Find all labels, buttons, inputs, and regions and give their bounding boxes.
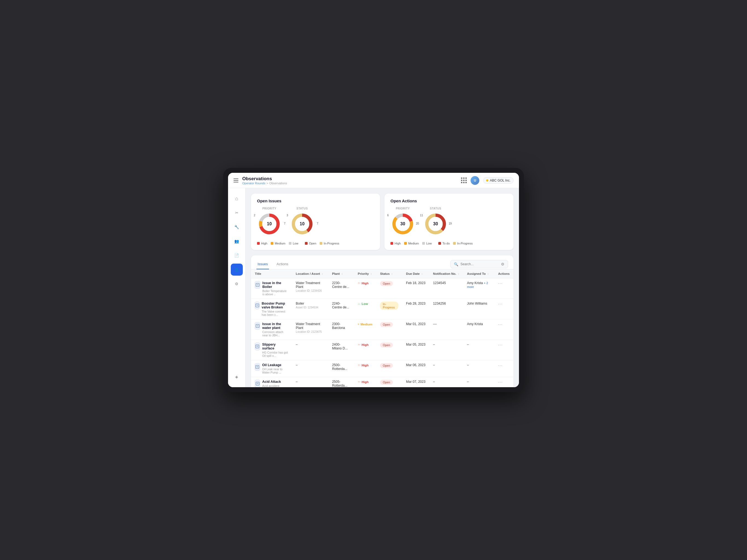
sidebar-item-settings[interactable]: ⚙ [231, 278, 243, 290]
issues-priority-right: 7 [284, 222, 285, 225]
cell-notification-0: 1234545 [429, 278, 463, 299]
row-title-0: Issue in the Boiler [262, 281, 288, 289]
sidebar-item-users[interactable]: 👤 [231, 263, 243, 276]
issues-status-right: 7 [317, 222, 318, 225]
legend-act-low: Low [422, 242, 432, 245]
more-options-btn-0[interactable]: ··· [498, 281, 503, 286]
issues-status-left: 3 [287, 214, 288, 217]
legend-act-medium: Medium [404, 242, 419, 245]
open-issues-title: Open Issues [257, 199, 374, 203]
sidebar-item-people[interactable]: 👥 [231, 235, 243, 247]
avatar[interactable]: U [470, 176, 479, 185]
sidebar-item-equipment[interactable]: 🔧 [231, 221, 243, 233]
menu-icon[interactable] [233, 179, 238, 182]
col-actions: Actions [494, 269, 514, 278]
row-title-2: Issue in the water plant [262, 322, 288, 330]
cell-location-4: – [292, 360, 328, 377]
open-actions-charts: PRIORITY 30 6 [390, 207, 508, 236]
apps-icon[interactable] [461, 177, 467, 183]
cell-duedate-1: Feb 28, 2023 [402, 299, 429, 320]
more-options-btn-5[interactable]: ··· [498, 380, 503, 385]
cell-priority-1: ↓↓ Low [354, 299, 376, 320]
col-assigned: Assigned To ↕ [463, 269, 494, 278]
actions-status-right: 19 [449, 222, 452, 225]
actions-status-donut: 30 11 19 [423, 212, 448, 236]
title-area: Observations Operator Rounds > Observati… [242, 176, 287, 185]
cell-actions-0: ··· [494, 278, 514, 299]
cell-title-4: Oil Leakage Oil Leak near to Water Pump … [251, 360, 292, 377]
more-options-btn-2[interactable]: ··· [498, 322, 503, 327]
sort-location-icon[interactable]: ↕ [321, 272, 323, 275]
sort-status-icon[interactable]: ↕ [391, 272, 393, 275]
cell-status-0: Open [376, 278, 402, 299]
cell-duedate-4: Mar 06, 2023 [402, 360, 429, 377]
sidebar-item-layers[interactable]: ◈ [231, 371, 243, 383]
filter-icon[interactable]: ⚙ [501, 262, 505, 266]
content-area: Open Issues PRIORITY [246, 188, 519, 387]
col-location: Location / Asset ↕ [292, 269, 328, 278]
tab-issues[interactable]: Issues [256, 259, 269, 269]
more-options-btn-1[interactable]: ··· [498, 302, 503, 307]
sidebar-item-documents[interactable]: 📄 [231, 249, 243, 261]
col-plant: Plant ↕ [328, 269, 354, 278]
row-title-1: Booster Pump valve Broken [262, 302, 288, 309]
top-bar-left: Observations Operator Rounds > Observati… [233, 176, 461, 185]
more-options-btn-4[interactable]: ··· [498, 363, 503, 368]
device-frame: Observations Operator Rounds > Observati… [223, 168, 524, 392]
issue-icon-2 [255, 322, 260, 330]
legend-medium: Medium [271, 242, 285, 245]
actions-status-chart: STATUS 30 11 19 [423, 207, 448, 236]
breadcrumb: Operator Rounds > Observations [242, 182, 287, 185]
col-due-date: Due Date ↕ [402, 269, 429, 278]
legend-act-todo: To do [438, 242, 450, 245]
sidebar-item-home[interactable]: ⌂ [231, 193, 243, 205]
svg-rect-26 [256, 365, 259, 368]
sort-plant-icon[interactable]: ↕ [341, 272, 343, 275]
company-name: ABC GOL Inc. [490, 179, 511, 182]
table-row: Acid Attack Acid accident happened near.… [251, 377, 514, 387]
cell-notification-2: –– [429, 320, 463, 340]
open-actions-card: Open Actions PRIORITY [384, 194, 514, 250]
row-desc-5: Acid accident happened near... [262, 384, 288, 387]
assigned-extra-0[interactable]: + 2 more [467, 281, 488, 288]
row-title-3: Slippery surface [262, 342, 288, 350]
search-input[interactable] [460, 262, 499, 266]
legend-open: Open [305, 242, 316, 245]
cell-notification-3: – [429, 340, 463, 360]
table-header: Issues Actions 🔍 ⚙ [251, 255, 514, 269]
actions-priority-label: PRIORITY [396, 207, 410, 210]
table-row: Slippery surface HG Corridor has got Oil… [251, 340, 514, 360]
cell-priority-0: ↑↑ High [354, 278, 376, 299]
company-badge[interactable]: ABC GOL Inc. [483, 177, 514, 184]
issues-priority-chart: PRIORITY [257, 207, 282, 236]
cell-title-5: Acid Attack Acid accident happened near.… [251, 377, 292, 387]
legend-act-inprogress: In-Progress [453, 242, 473, 245]
cell-title-0: Issue in the Boiler Boiler Temperature i… [251, 278, 292, 299]
cell-title-3: Slippery surface HG Corridor has got Oil… [251, 340, 292, 360]
sort-notification-icon[interactable]: ↕ [458, 272, 459, 275]
actions-priority-legend: High Medium Low [390, 242, 432, 245]
cell-status-3: Open [376, 340, 402, 360]
cell-plant-4: 2500- Rotterda... [328, 360, 354, 377]
table-row: Oil Leakage Oil Leak near to Water Pump … [251, 360, 514, 377]
issues-status-label: STATUS [297, 207, 308, 210]
cell-plant-0: 2230- Centre de... [328, 278, 354, 299]
main-layout: ⌂ ✂ 🔧 👥 📄 👤 ⚙ ◈ Open Issues [228, 188, 519, 387]
tab-actions[interactable]: Actions [276, 259, 289, 269]
cell-priority-2: ≡ Medium [354, 320, 376, 340]
issue-icon-0 [255, 281, 260, 289]
open-actions-title: Open Actions [390, 199, 508, 203]
sort-priority-icon[interactable]: ↕ [370, 272, 372, 275]
sidebar-item-tools[interactable]: ✂ [231, 207, 243, 219]
breadcrumb-parent[interactable]: Operator Rounds [242, 182, 265, 185]
sort-duedate-icon[interactable]: ↕ [421, 272, 423, 275]
sort-assigned-icon[interactable]: ↕ [487, 272, 489, 275]
table-section: Issues Actions 🔍 ⚙ Title [251, 255, 514, 387]
cell-status-5: Open [376, 377, 402, 387]
more-options-btn-3[interactable]: ··· [498, 342, 503, 348]
issue-icon-4 [255, 363, 260, 371]
row-desc-2: Corrosion attach near to JBH... [262, 330, 288, 337]
row-desc-3: HG Corridor has got Oil spill o... [262, 351, 288, 357]
svg-rect-23 [256, 345, 259, 348]
cell-location-1: Boiler Asset ID: 1234534 [292, 299, 328, 320]
